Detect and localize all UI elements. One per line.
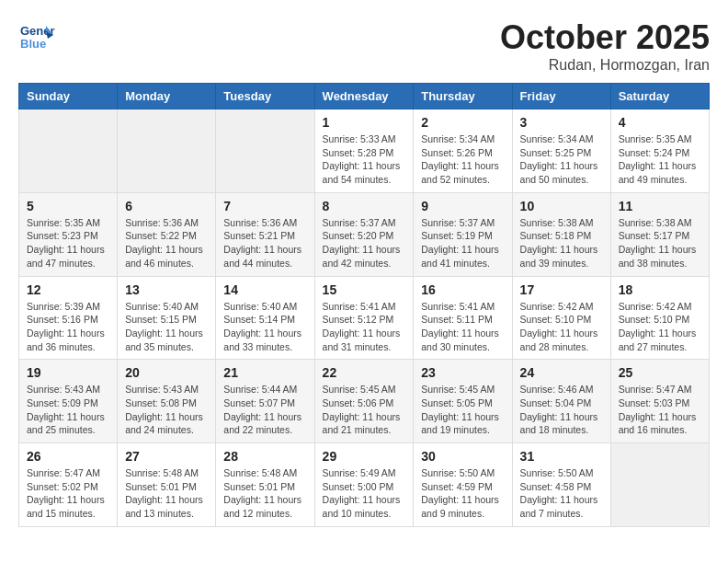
calendar-cell: 16Sunrise: 5:41 AMSunset: 5:11 PMDayligh… xyxy=(414,276,512,360)
calendar-cell: 10Sunrise: 5:38 AMSunset: 5:18 PMDayligh… xyxy=(512,192,610,276)
calendar-cell: 29Sunrise: 5:49 AMSunset: 5:00 PMDayligh… xyxy=(314,443,414,527)
day-info: Sunrise: 5:35 AMSunset: 5:23 PMDaylight:… xyxy=(27,216,109,270)
day-number: 9 xyxy=(421,199,504,213)
calendar-cell: 8Sunrise: 5:37 AMSunset: 5:20 PMDaylight… xyxy=(314,192,414,276)
calendar-cell: 9Sunrise: 5:37 AMSunset: 5:19 PMDaylight… xyxy=(414,192,512,276)
day-info: Sunrise: 5:36 AMSunset: 5:21 PMDaylight:… xyxy=(223,216,306,270)
weekday-header-saturday: Saturday xyxy=(610,84,709,109)
day-info: Sunrise: 5:41 AMSunset: 5:11 PMDaylight:… xyxy=(421,300,504,354)
calendar-cell: 27Sunrise: 5:48 AMSunset: 5:01 PMDayligh… xyxy=(118,443,216,527)
day-info: Sunrise: 5:40 AMSunset: 5:15 PMDaylight:… xyxy=(125,300,208,354)
day-number: 18 xyxy=(619,282,701,297)
weekday-header-wednesday: Wednesday xyxy=(314,84,414,109)
day-info: Sunrise: 5:44 AMSunset: 5:07 PMDaylight:… xyxy=(223,383,306,437)
day-info: Sunrise: 5:34 AMSunset: 5:25 PMDaylight:… xyxy=(520,132,603,187)
logo-icon: General Blue xyxy=(18,18,55,55)
calendar-cell: 26Sunrise: 5:47 AMSunset: 5:02 PMDayligh… xyxy=(19,443,118,527)
calendar-week-row: 5Sunrise: 5:35 AMSunset: 5:23 PMDaylight… xyxy=(19,192,710,276)
weekday-header-tuesday: Tuesday xyxy=(216,84,314,109)
day-info: Sunrise: 5:41 AMSunset: 5:12 PMDaylight:… xyxy=(323,300,406,354)
day-info: Sunrise: 5:47 AMSunset: 5:03 PMDaylight:… xyxy=(619,383,701,437)
day-number: 25 xyxy=(619,365,701,380)
day-number: 27 xyxy=(125,449,208,464)
day-info: Sunrise: 5:50 AMSunset: 4:58 PMDaylight:… xyxy=(520,466,603,521)
calendar-cell: 24Sunrise: 5:46 AMSunset: 5:04 PMDayligh… xyxy=(512,360,610,443)
calendar-cell: 3Sunrise: 5:34 AMSunset: 5:25 PMDaylight… xyxy=(512,109,610,193)
calendar-cell: 5Sunrise: 5:35 AMSunset: 5:23 PMDaylight… xyxy=(19,192,118,276)
day-info: Sunrise: 5:42 AMSunset: 5:10 PMDaylight:… xyxy=(619,300,701,354)
weekday-header-row: SundayMondayTuesdayWednesdayThursdayFrid… xyxy=(19,84,710,109)
calendar-cell xyxy=(118,109,216,193)
calendar-cell: 2Sunrise: 5:34 AMSunset: 5:26 PMDaylight… xyxy=(414,109,512,193)
day-info: Sunrise: 5:45 AMSunset: 5:06 PMDaylight:… xyxy=(323,383,406,437)
calendar-cell: 7Sunrise: 5:36 AMSunset: 5:21 PMDaylight… xyxy=(216,192,314,276)
day-number: 17 xyxy=(520,282,603,297)
calendar-cell: 4Sunrise: 5:35 AMSunset: 5:24 PMDaylight… xyxy=(610,109,709,193)
calendar-cell: 22Sunrise: 5:45 AMSunset: 5:06 PMDayligh… xyxy=(314,360,414,443)
calendar-cell: 28Sunrise: 5:48 AMSunset: 5:01 PMDayligh… xyxy=(216,443,314,527)
calendar-cell xyxy=(610,443,709,527)
calendar-cell: 6Sunrise: 5:36 AMSunset: 5:22 PMDaylight… xyxy=(118,192,216,276)
day-info: Sunrise: 5:50 AMSunset: 4:59 PMDaylight:… xyxy=(421,466,504,521)
day-number: 2 xyxy=(421,115,504,130)
day-info: Sunrise: 5:47 AMSunset: 5:02 PMDaylight:… xyxy=(27,466,109,521)
day-info: Sunrise: 5:43 AMSunset: 5:09 PMDaylight:… xyxy=(27,383,109,437)
day-number: 16 xyxy=(421,282,504,297)
calendar-week-row: 19Sunrise: 5:43 AMSunset: 5:09 PMDayligh… xyxy=(19,360,710,443)
day-number: 28 xyxy=(223,449,306,464)
day-number: 23 xyxy=(421,365,504,380)
day-info: Sunrise: 5:45 AMSunset: 5:05 PMDaylight:… xyxy=(421,383,504,437)
day-number: 12 xyxy=(27,282,109,297)
weekday-header-sunday: Sunday xyxy=(19,84,118,109)
day-number: 21 xyxy=(223,365,306,380)
day-number: 13 xyxy=(125,282,208,297)
month-title: October 2025 xyxy=(500,18,710,57)
day-number: 11 xyxy=(619,199,701,213)
day-number: 26 xyxy=(27,449,109,464)
calendar-cell: 15Sunrise: 5:41 AMSunset: 5:12 PMDayligh… xyxy=(314,276,414,360)
day-number: 14 xyxy=(223,282,306,297)
day-info: Sunrise: 5:37 AMSunset: 5:20 PMDaylight:… xyxy=(323,216,406,270)
day-number: 6 xyxy=(125,199,208,213)
calendar-cell: 30Sunrise: 5:50 AMSunset: 4:59 PMDayligh… xyxy=(414,443,512,527)
day-number: 31 xyxy=(520,449,603,464)
calendar-cell: 31Sunrise: 5:50 AMSunset: 4:58 PMDayligh… xyxy=(512,443,610,527)
weekday-header-thursday: Thursday xyxy=(414,84,512,109)
day-info: Sunrise: 5:43 AMSunset: 5:08 PMDaylight:… xyxy=(125,383,208,437)
day-number: 24 xyxy=(520,365,603,380)
day-info: Sunrise: 5:38 AMSunset: 5:18 PMDaylight:… xyxy=(520,216,603,270)
calendar-cell xyxy=(216,109,314,193)
calendar-cell: 23Sunrise: 5:45 AMSunset: 5:05 PMDayligh… xyxy=(414,360,512,443)
day-info: Sunrise: 5:33 AMSunset: 5:28 PMDaylight:… xyxy=(323,132,406,187)
calendar-cell: 14Sunrise: 5:40 AMSunset: 5:14 PMDayligh… xyxy=(216,276,314,360)
day-number: 3 xyxy=(520,115,603,130)
day-info: Sunrise: 5:48 AMSunset: 5:01 PMDaylight:… xyxy=(223,466,306,521)
day-info: Sunrise: 5:37 AMSunset: 5:19 PMDaylight:… xyxy=(421,216,504,270)
day-number: 30 xyxy=(421,449,504,464)
day-number: 20 xyxy=(125,365,208,380)
calendar-cell: 19Sunrise: 5:43 AMSunset: 5:09 PMDayligh… xyxy=(19,360,118,443)
calendar-week-row: 12Sunrise: 5:39 AMSunset: 5:16 PMDayligh… xyxy=(19,276,710,360)
day-number: 4 xyxy=(619,115,701,130)
day-info: Sunrise: 5:46 AMSunset: 5:04 PMDaylight:… xyxy=(520,383,603,437)
calendar-cell: 1Sunrise: 5:33 AMSunset: 5:28 PMDaylight… xyxy=(314,109,414,193)
page-header: General Blue October 2025 Rudan, Hormozg… xyxy=(18,18,710,74)
calendar-cell: 18Sunrise: 5:42 AMSunset: 5:10 PMDayligh… xyxy=(610,276,709,360)
weekday-header-friday: Friday xyxy=(512,84,610,109)
day-number: 7 xyxy=(223,199,306,213)
day-number: 5 xyxy=(27,199,109,213)
calendar-cell: 20Sunrise: 5:43 AMSunset: 5:08 PMDayligh… xyxy=(118,360,216,443)
calendar-cell xyxy=(19,109,118,193)
day-info: Sunrise: 5:36 AMSunset: 5:22 PMDaylight:… xyxy=(125,216,208,270)
title-block: October 2025 Rudan, Hormozgan, Iran xyxy=(500,18,710,74)
calendar-cell: 25Sunrise: 5:47 AMSunset: 5:03 PMDayligh… xyxy=(610,360,709,443)
day-info: Sunrise: 5:48 AMSunset: 5:01 PMDaylight:… xyxy=(125,466,208,521)
calendar-cell: 21Sunrise: 5:44 AMSunset: 5:07 PMDayligh… xyxy=(216,360,314,443)
day-info: Sunrise: 5:49 AMSunset: 5:00 PMDaylight:… xyxy=(323,466,406,521)
day-info: Sunrise: 5:42 AMSunset: 5:10 PMDaylight:… xyxy=(520,300,603,354)
calendar-table: SundayMondayTuesdayWednesdayThursdayFrid… xyxy=(18,83,710,527)
weekday-header-monday: Monday xyxy=(118,84,216,109)
location: Rudan, Hormozgan, Iran xyxy=(500,57,710,74)
day-number: 1 xyxy=(323,115,406,130)
day-number: 10 xyxy=(520,199,603,213)
